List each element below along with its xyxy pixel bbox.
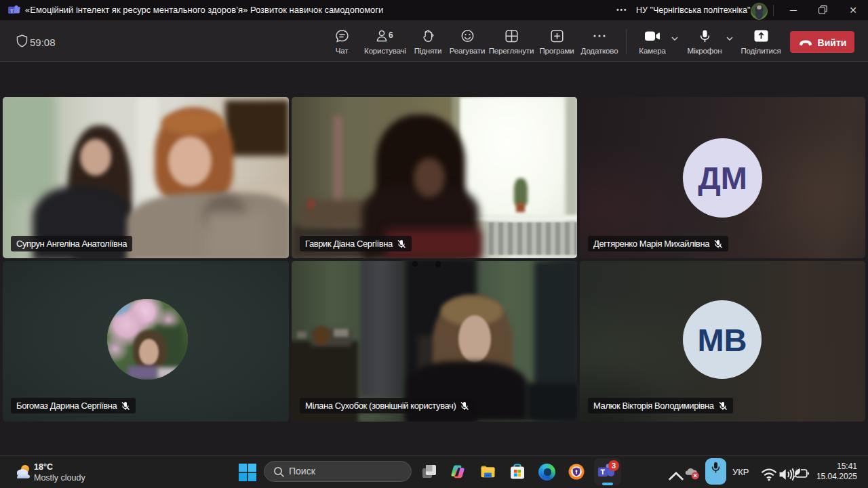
svg-text:6: 6 [389,30,393,40]
svg-text:T: T [10,8,14,14]
